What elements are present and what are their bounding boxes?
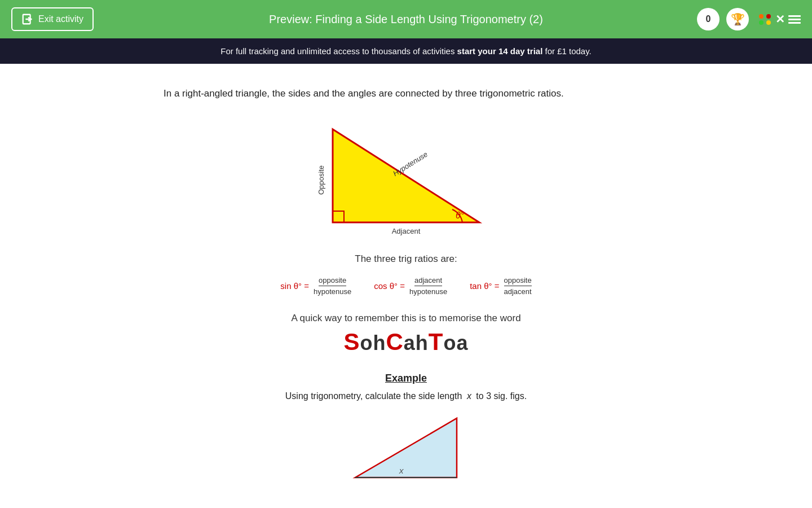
- sohcahtoa-ah: ah: [404, 331, 429, 354]
- trophy-button[interactable]: 🏆: [726, 8, 749, 30]
- sohcahtoa-S: S: [343, 329, 360, 355]
- exit-icon: [21, 13, 34, 25]
- cos-numerator: adjacent: [414, 276, 442, 286]
- tan-fraction: opposite adjacent: [504, 276, 532, 296]
- trophy-icon: 🏆: [731, 12, 745, 26]
- hamburger-icon[interactable]: [788, 15, 801, 24]
- close-x-icon[interactable]: ✕: [775, 12, 785, 26]
- sohcahtoa-oa: oa: [444, 331, 469, 354]
- sohcahtoa-T: T: [429, 329, 444, 355]
- example-variable: x: [467, 391, 471, 401]
- tan-denominator: adjacent: [504, 287, 532, 296]
- example-triangle-svg: x: [350, 413, 462, 480]
- sin-label: sin θ° =: [280, 281, 309, 291]
- example-text-after: to 3 sig. figs.: [476, 391, 527, 401]
- sin-ratio: sin θ° = opposite hypotenuse: [280, 276, 351, 296]
- sohcahtoa-oh: oh: [360, 331, 386, 354]
- tan-label: tan θ° =: [470, 281, 499, 291]
- header-controls: 0 🏆 ✕: [697, 8, 801, 30]
- cos-ratio: cos θ° = adjacent hypotenuse: [374, 276, 447, 296]
- svg-text:x: x: [399, 466, 404, 475]
- example-triangle-diagram: x: [164, 413, 648, 480]
- header: Exit activity Preview: Finding a Side Le…: [0, 0, 812, 38]
- remember-text: A quick way to remember this is to memor…: [164, 313, 648, 324]
- svg-text:Hypotenuse: Hypotenuse: [391, 150, 429, 177]
- banner-text-after: for £1 today.: [542, 46, 591, 56]
- ratios-container: sin θ° = opposite hypotenuse cos θ° = ad…: [164, 276, 648, 296]
- exit-button[interactable]: Exit activity: [11, 7, 94, 31]
- promo-banner: For full tracking and unlimited access t…: [0, 38, 812, 64]
- svg-marker-8: [355, 418, 457, 478]
- three-trig-title: The three trig ratios are:: [164, 253, 648, 265]
- sin-numerator: opposite: [319, 276, 346, 286]
- svg-text:Adjacent: Adjacent: [392, 227, 421, 235]
- cos-fraction: adjacent hypotenuse: [409, 276, 447, 296]
- exit-label: Exit activity: [38, 14, 83, 24]
- triangle-svg: θ° Opposite Hypotenuse Adjacent: [316, 118, 496, 237]
- svg-marker-2: [333, 129, 479, 222]
- page-title: Preview: Finding a Side Length Using Tri…: [269, 13, 543, 26]
- intro-paragraph: In a right-angled triangle, the sides an…: [164, 86, 648, 101]
- tan-numerator: opposite: [504, 276, 532, 286]
- svg-text:Opposite: Opposite: [317, 165, 325, 194]
- banner-cta[interactable]: start your 14 day trial: [457, 46, 543, 56]
- example-text-before: Using trigonometry, calculate the side l…: [285, 391, 462, 401]
- svg-text:θ°: θ°: [456, 211, 465, 220]
- grid-dots-icon: [759, 14, 772, 25]
- example-title: Example: [164, 373, 648, 384]
- cos-denominator: hypotenuse: [409, 287, 447, 296]
- cos-label: cos θ° =: [374, 281, 405, 291]
- sin-fraction: opposite hypotenuse: [314, 276, 351, 296]
- main-content: In a right-angled triangle, the sides an…: [152, 64, 660, 503]
- sohcahtoa-C: C: [386, 329, 403, 355]
- example-description: Using trigonometry, calculate the side l…: [164, 391, 648, 401]
- score-badge: 0: [697, 8, 720, 30]
- triangle-diagram: θ° Opposite Hypotenuse Adjacent: [164, 118, 648, 237]
- sohcahtoa-word: SohCahToa: [164, 329, 648, 356]
- banner-text-before: For full tracking and unlimited access t…: [220, 46, 457, 56]
- tan-ratio: tan θ° = opposite adjacent: [470, 276, 531, 296]
- sin-denominator: hypotenuse: [314, 287, 351, 296]
